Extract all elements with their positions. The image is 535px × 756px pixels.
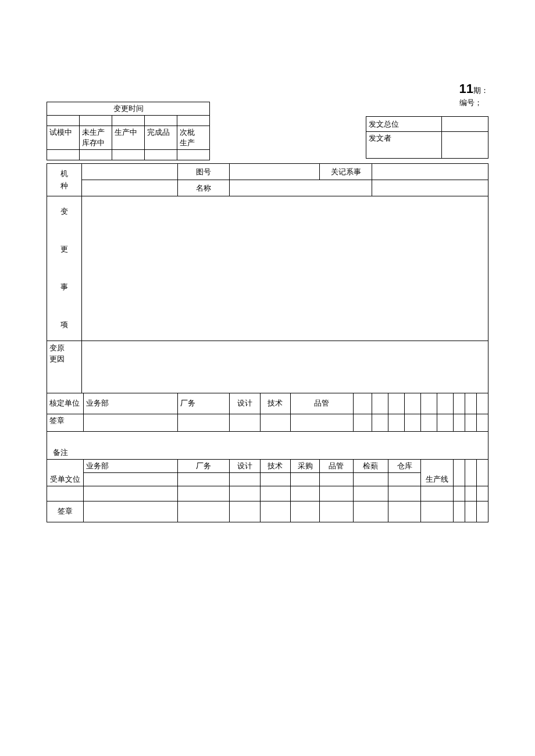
recv-v-inspect (353, 473, 388, 486)
approve-design: 设计 (230, 393, 260, 414)
approve-qc: 品管 (291, 393, 354, 414)
ct-c2b: 库存中 (82, 138, 109, 148)
sender-table: 发文总位 发文者 (366, 116, 488, 159)
name-label: 名称 (177, 180, 230, 196)
drawing-no-label: 图号 (177, 164, 230, 180)
br-8 (388, 486, 421, 501)
change-time-title: 变更时间 (47, 102, 210, 116)
sender-person-label: 发文者 (366, 132, 442, 159)
ct-c1: 试模中 (47, 126, 80, 150)
sign1-design (230, 414, 260, 431)
approve-b6 (437, 393, 454, 414)
sign1-factory (177, 414, 230, 431)
br-1 (84, 486, 177, 501)
s2-8 (388, 501, 421, 522)
recv-b3 (477, 459, 488, 486)
approve-b1 (353, 393, 372, 414)
recv-qc: 品管 (320, 459, 354, 473)
s2-11 (465, 501, 477, 522)
ct-bblank5 (177, 150, 210, 160)
br-6 (320, 486, 354, 501)
recv-v-tech (260, 473, 290, 486)
approve-b5 (421, 393, 437, 414)
ct-bblank2 (80, 150, 112, 160)
recv-purchase: 采购 (291, 459, 320, 473)
related-value (372, 164, 488, 180)
approve-b8 (465, 393, 477, 414)
br-10 (454, 486, 465, 501)
ct-bblank3 (112, 150, 145, 160)
ct-blank1 (47, 116, 80, 126)
sign1-b5 (421, 414, 437, 431)
ct-c5b: 生产 (180, 138, 207, 148)
recv-inspect: 检蘱 (353, 459, 388, 473)
br-3 (230, 486, 260, 501)
s2-1 (84, 501, 177, 522)
change-reason-label: 变原更因 (47, 341, 82, 393)
form-container: 11期： 编号； 发文总位 发文者 变更时间 试模中 未生产 (47, 81, 488, 522)
ct-c2: 未生产 库存中 (80, 126, 112, 150)
approve-b4 (405, 393, 421, 414)
s2-6 (320, 501, 354, 522)
br-11 (465, 486, 477, 501)
ct-blank4 (145, 116, 177, 126)
ct-c5a: 次枇 (180, 127, 207, 138)
sender-person-value (442, 132, 488, 159)
br-9 (421, 486, 454, 501)
blank-row-label (47, 486, 84, 501)
recv-v-warehouse (388, 473, 421, 486)
recv-factory: 厂务 (177, 459, 230, 473)
ct-blank2 (80, 116, 112, 126)
sign1-b7 (454, 414, 465, 431)
sign1-b4 (405, 414, 421, 431)
s2-5 (291, 501, 320, 522)
approve-b9 (477, 393, 488, 414)
approve-business: 业务部 (84, 393, 177, 414)
sign1-qc (291, 414, 354, 431)
s2-3 (230, 501, 260, 522)
sign1-b3 (388, 414, 405, 431)
sign1-b8 (465, 414, 477, 431)
recv-v-factory (177, 473, 230, 486)
name-row-blank (82, 180, 178, 196)
number-11: 11 (459, 81, 473, 96)
ct-c2a: 未生产 (82, 127, 109, 138)
ct-blank3 (112, 116, 145, 126)
ct-c5: 次枇 生产 (177, 126, 210, 150)
recv-business: 业务部 (84, 459, 177, 473)
sign1-b1 (353, 414, 372, 431)
sender-unit-label: 发文总位 (366, 117, 442, 132)
recv-unit-label: 受单文位 (47, 459, 84, 486)
approve-unit-label: 核定单位 (47, 393, 84, 414)
recv-v-purchase (291, 473, 320, 486)
approve-b2 (372, 393, 388, 414)
br-12 (477, 486, 488, 501)
ct-bblank4 (145, 150, 177, 160)
period-label: 期： (473, 86, 488, 95)
name-value2 (372, 180, 488, 196)
recv-v-business (84, 473, 177, 486)
approve-factory: 厂务 (177, 393, 230, 414)
s2-12 (477, 501, 488, 522)
main-table: 机种 图号 关记系事 名称 变更事项 变原更因 核定单位 业务部 厂务 (47, 163, 488, 522)
ct-blank5 (177, 116, 210, 126)
s2-7 (353, 501, 388, 522)
sign1-tech (260, 414, 290, 431)
header-right: 11期： 编号； (459, 81, 488, 108)
remark-label: 备注 (47, 431, 488, 459)
br-5 (291, 486, 320, 501)
recv-line: 生产线 (421, 459, 454, 486)
approve-tech: 技术 (260, 393, 290, 414)
br-2 (177, 486, 230, 501)
recv-b2 (465, 459, 477, 486)
sender-unit-value (442, 117, 488, 132)
recv-b1 (454, 459, 465, 486)
s2-2 (177, 501, 230, 522)
ct-c4: 完成品 (145, 126, 177, 150)
change-items-label: 变更事项 (47, 196, 82, 341)
recv-warehouse: 仓库 (388, 459, 421, 473)
sign2-label: 签章 (47, 501, 84, 522)
recv-v-design (230, 473, 260, 486)
recv-tech: 技术 (260, 459, 290, 473)
sign1-label: 签章 (47, 414, 84, 431)
